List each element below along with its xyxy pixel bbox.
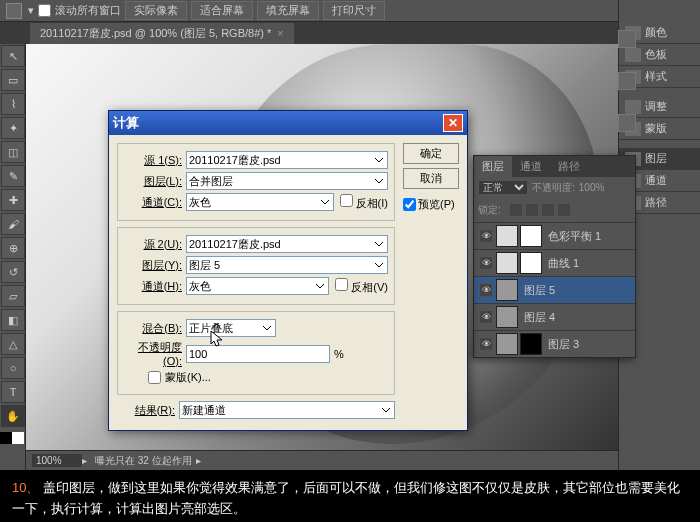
heal-tool-icon[interactable]: ✚: [1, 189, 25, 211]
print-size-button[interactable]: 打印尺寸: [323, 1, 385, 20]
scroll-all-checkbox[interactable]: [38, 4, 51, 17]
visibility-icon[interactable]: 👁: [479, 229, 493, 243]
panel-icon[interactable]: [618, 30, 636, 48]
channel2-label: 通道(H):: [124, 279, 182, 294]
scroll-all-label: 滚动所有窗口: [55, 3, 121, 18]
close-tab-icon[interactable]: ×: [277, 27, 283, 39]
layer1-select[interactable]: 合并图层: [186, 172, 388, 190]
panel-icon[interactable]: [618, 114, 636, 132]
channel1-select[interactable]: 灰色: [186, 193, 334, 211]
source1-select[interactable]: 20110217磨皮.psd: [186, 151, 388, 169]
brush-tool-icon[interactable]: 🖌: [1, 213, 25, 235]
channel1-label: 通道(C):: [124, 195, 182, 210]
layer-row[interactable]: 👁曲线 1: [474, 249, 635, 276]
dialog-title: 计算: [113, 114, 139, 132]
lock-row: 锁定:: [474, 198, 635, 222]
preview-label: 预览(P): [418, 197, 455, 212]
ok-button[interactable]: 确定: [403, 143, 459, 164]
eyedropper-tool-icon[interactable]: ✎: [1, 165, 25, 187]
hand-tool-icon[interactable]: ✋: [1, 405, 25, 427]
layer-row[interactable]: 👁图层 5: [474, 276, 635, 303]
crop-tool-icon[interactable]: ◫: [1, 141, 25, 163]
eraser-tool-icon[interactable]: ▱: [1, 285, 25, 307]
tab-layers[interactable]: 图层: [474, 156, 512, 177]
layer-row[interactable]: 👁图层 4: [474, 303, 635, 330]
layers-options: 正常 不透明度: 100%: [474, 177, 635, 198]
fill-screen-button[interactable]: 填充屏幕: [257, 1, 319, 20]
layer-thumb: [496, 252, 518, 274]
mask-thumb: [520, 225, 542, 247]
mask-checkbox[interactable]: [148, 371, 161, 384]
invert2-checkbox[interactable]: [335, 278, 348, 291]
source2-select[interactable]: 20110217磨皮.psd: [186, 235, 388, 253]
marquee-tool-icon[interactable]: ▭: [1, 69, 25, 91]
visibility-icon[interactable]: 👁: [479, 256, 493, 270]
lock-all-icon[interactable]: [557, 203, 571, 217]
step-number: 10、: [12, 480, 39, 495]
channel2-select[interactable]: 灰色: [186, 277, 329, 295]
tab-paths[interactable]: 路径: [550, 156, 588, 177]
arrow-icon: ▾: [28, 4, 34, 17]
source2-label: 源 2(U):: [124, 237, 182, 252]
blending-select[interactable]: 正片叠底: [186, 319, 276, 337]
layer-thumb: [496, 333, 518, 355]
close-icon[interactable]: ✕: [443, 114, 463, 132]
lock-position-icon[interactable]: [541, 203, 555, 217]
visibility-icon[interactable]: 👁: [479, 310, 493, 324]
panel-icon[interactable]: [618, 72, 636, 90]
layer2-select[interactable]: 图层 5: [186, 256, 388, 274]
layer-name: 图层 5: [524, 283, 555, 298]
tab-channels[interactable]: 通道: [512, 156, 550, 177]
visibility-icon[interactable]: 👁: [479, 283, 493, 297]
caption-text: 盖印图层，做到这里如果你觉得效果满意了，后面可以不做，但我们修这图不仅仅是皮肤，…: [12, 480, 680, 516]
layer-name: 色彩平衡 1: [548, 229, 601, 244]
hand-tool-icon[interactable]: [6, 3, 22, 19]
opacity-value[interactable]: 100%: [579, 182, 605, 193]
layer-row[interactable]: 👁色彩平衡 1: [474, 222, 635, 249]
document-tabs: 20110217磨皮.psd @ 100% (图层 5, RGB/8#) * ×: [0, 22, 700, 44]
calculations-dialog: 计算 ✕ 源 1(S):20110217磨皮.psd 图层(L):合并图层 通道…: [108, 110, 468, 431]
stamp-tool-icon[interactable]: ⊕: [1, 237, 25, 259]
layer-name: 图层 3: [548, 337, 579, 352]
wand-tool-icon[interactable]: ✦: [1, 117, 25, 139]
layer-name: 图层 4: [524, 310, 555, 325]
visibility-icon[interactable]: 👁: [479, 337, 493, 351]
source1-label: 源 1(S):: [124, 153, 182, 168]
blend-group: 混合(B):正片叠底 不透明度(O):% 蒙版(K)...: [117, 311, 395, 395]
options-bar: ▾ 滚动所有窗口 实际像素 适合屏幕 填充屏幕 打印尺寸: [0, 0, 700, 22]
status-menu-icon[interactable]: ▸: [196, 455, 201, 466]
blur-tool-icon[interactable]: △: [1, 333, 25, 355]
lasso-tool-icon[interactable]: ⌇: [1, 93, 25, 115]
move-tool-icon[interactable]: ↖: [1, 45, 25, 67]
dodge-tool-icon[interactable]: ○: [1, 357, 25, 379]
layer-name: 曲线 1: [548, 256, 579, 271]
photoshop-window: ▾ 滚动所有窗口 实际像素 适合屏幕 填充屏幕 打印尺寸 20110217磨皮.…: [0, 0, 700, 470]
mask-thumb: [520, 333, 542, 355]
opacity-input[interactable]: [186, 345, 330, 363]
lock-pixels-icon[interactable]: [525, 203, 539, 217]
result-label: 结果(R):: [117, 403, 175, 418]
invert1-label: 反相(I): [356, 197, 388, 209]
blend-mode-select[interactable]: 正常: [478, 180, 528, 195]
preview-checkbox[interactable]: [403, 198, 416, 211]
dialog-titlebar[interactable]: 计算 ✕: [109, 111, 467, 135]
gradient-tool-icon[interactable]: ◧: [1, 309, 25, 331]
document-tab[interactable]: 20110217磨皮.psd @ 100% (图层 5, RGB/8#) * ×: [30, 23, 294, 44]
actual-pixels-button[interactable]: 实际像素: [125, 1, 187, 20]
layer-thumb: [496, 225, 518, 247]
fit-screen-button[interactable]: 适合屏幕: [191, 1, 253, 20]
type-tool-icon[interactable]: T: [1, 381, 25, 403]
mask-thumb: [520, 252, 542, 274]
status-bar: 100% ▸ 曝光只在 32 位起作用 ▸: [26, 450, 618, 470]
layer-row[interactable]: 👁图层 3: [474, 330, 635, 357]
tutorial-caption: 10、盖印图层，做到这里如果你觉得效果满意了，后面可以不做，但我们修这图不仅仅是…: [0, 470, 700, 522]
status-arrow-icon[interactable]: ▸: [82, 455, 87, 466]
zoom-level[interactable]: 100%: [32, 454, 82, 467]
history-brush-tool-icon[interactable]: ↺: [1, 261, 25, 283]
result-select[interactable]: 新建通道: [179, 401, 395, 419]
invert1-checkbox[interactable]: [340, 194, 353, 207]
color-swatches[interactable]: [0, 432, 25, 444]
layer-thumb: [496, 306, 518, 328]
lock-transparency-icon[interactable]: [509, 203, 523, 217]
cancel-button[interactable]: 取消: [403, 168, 459, 189]
